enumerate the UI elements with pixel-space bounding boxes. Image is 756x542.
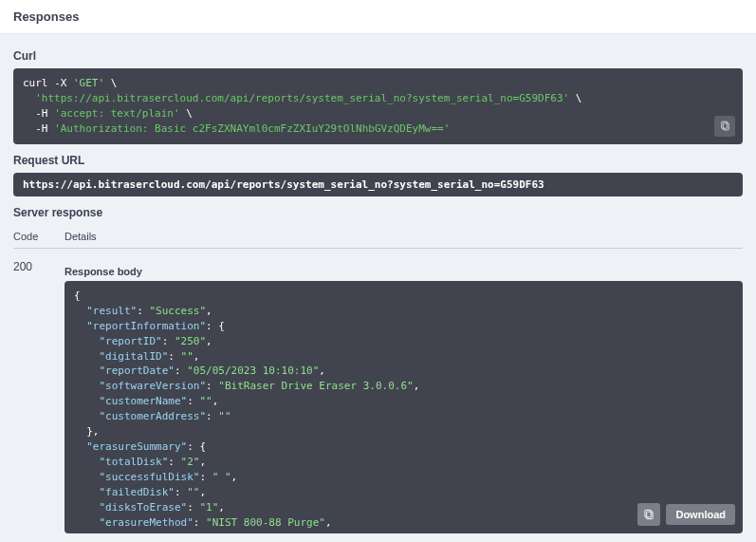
curl-label: Curl [13,49,743,63]
curl-cont2: \ [576,92,582,104]
curl-cont1: \ [111,77,118,89]
download-button[interactable]: Download [666,504,735,525]
response-body-codeblock[interactable]: { "result": "Success", "reportInformatio… [65,281,743,533]
curl-flag-h2: -H [35,122,47,135]
curl-codeblock: curl -X 'GET' \ 'https://api.bitraserclo… [13,68,743,144]
clipboard-icon [642,508,655,521]
request-url-value: https://api.bitrasercloud.com/api/report… [13,173,743,196]
curl-header1: 'accept: text/plain' [54,107,179,120]
svg-rect-2 [647,512,653,519]
copy-curl-button[interactable] [714,116,735,137]
curl-url: 'https://api.bitrasercloud.com/api/repor… [35,92,569,104]
copy-response-button[interactable] [637,503,660,526]
request-url-label: Request URL [13,154,743,167]
response-body-label: Response body [65,266,743,277]
server-response-label: Server response [13,206,743,219]
curl-cmd: curl [23,77,48,89]
panel-title: Responses [0,0,756,34]
response-row: 200 Response body { "result": "Success",… [13,258,743,542]
svg-rect-1 [721,121,727,128]
curl-header2: 'Authorization: Basic c2FsZXNAYml0cmFzZX… [54,122,450,135]
curl-method: 'GET' [73,77,104,89]
status-code: 200 [13,258,65,542]
svg-rect-3 [645,510,651,517]
col-details-header: Details [65,231,743,242]
clipboard-icon [719,120,731,132]
curl-cont3: \ [186,107,193,120]
responses-panel: Curl curl -X 'GET' \ 'https://api.bitras… [0,34,756,542]
curl-flag-h1: -H [35,107,47,120]
svg-rect-0 [723,123,728,130]
response-table-header: Code Details [13,225,743,249]
col-code-header: Code [13,231,65,242]
